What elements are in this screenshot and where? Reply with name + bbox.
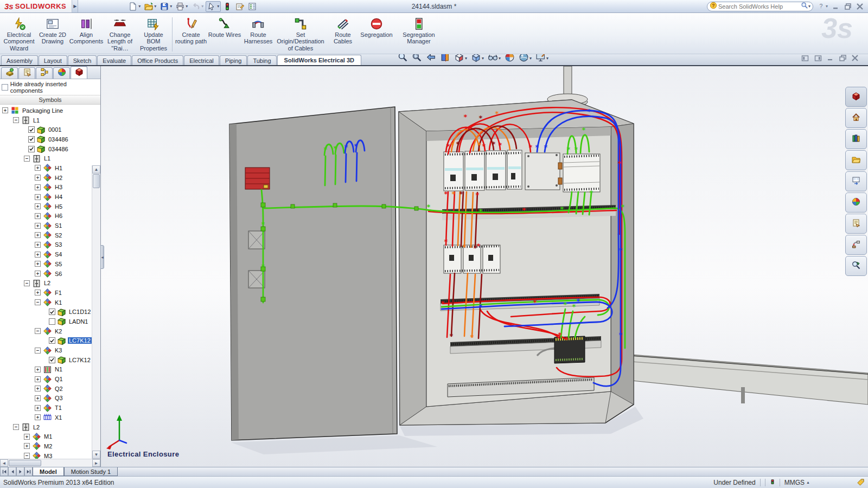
tree-checkbox[interactable] [49,337,55,344]
expand-icon[interactable]: + [35,223,41,229]
dropdown-caret-icon[interactable]: ▾ [217,4,219,9]
tree-checkbox[interactable] [28,126,35,133]
tag-icon[interactable] [857,478,865,487]
tree-item-0001[interactable]: 0001 [0,125,100,134]
tree-item-m3[interactable]: −M3 [0,451,100,459]
collapse-icon[interactable]: − [13,424,19,430]
tab-office-products[interactable]: Office Products [132,55,183,65]
tree-item-l1[interactable]: −L1 [0,153,100,163]
minimize-button[interactable] [832,3,840,10]
tree-item-q2[interactable]: +Q2 [0,384,100,394]
task-pane-tab-electrical-manager[interactable] [845,87,867,107]
dropdown-caret-icon[interactable]: ▾ [154,4,156,9]
electrical-component-wizard-button[interactable]: Electrical Component Wizard [2,15,36,52]
tree-item-lc7k12[interactable]: LC7K12 [0,336,100,346]
tree-item-k2[interactable]: −K2 [0,326,100,336]
restore-doc-icon[interactable] [839,54,846,63]
expand-icon[interactable]: + [35,232,41,238]
tree-item-ladn1[interactable]: LADN1 [0,317,100,326]
dropdown-caret-icon[interactable]: ▾ [529,56,532,61]
dropdown-caret-icon[interactable]: ▾ [465,56,467,61]
expand-icon[interactable]: + [35,261,41,267]
split-right-icon[interactable] [814,54,822,63]
close-doc-icon[interactable] [852,54,858,63]
set-origin-destination-of-cables-button[interactable]: Set Origin/Destination of Cables [275,15,326,52]
hide-inserted-checkbox[interactable] [2,84,8,91]
tree-item-n1[interactable]: +N1 [0,365,100,375]
tree-item-h3[interactable]: +H3 [0,183,100,192]
collapse-icon[interactable]: − [35,328,41,334]
panel-tab-property-manager[interactable] [18,67,35,79]
tree-item-q3[interactable]: +Q3 [0,394,100,403]
expand-icon[interactable]: + [35,242,41,248]
collapse-icon[interactable]: − [24,280,30,286]
nav-last-button[interactable] [24,467,33,476]
expand-icon[interactable]: + [35,290,41,296]
expand-icon[interactable]: + [35,376,41,382]
tab-sketch[interactable]: Sketch [68,55,97,65]
tree-item-lc7k12[interactable]: LC7K12 [0,355,100,365]
tree-item-m2[interactable]: +M2 [0,441,100,451]
tree-item-packaging-line[interactable]: +Packaging Line [0,106,100,115]
task-pane-tab-appearances-scenes[interactable] [845,192,867,213]
expand-icon[interactable]: + [35,414,41,420]
dropdown-caret-icon[interactable]: ▾ [138,4,141,9]
tree-item-l2[interactable]: −L2 [0,278,100,288]
search-icon[interactable] [801,2,808,11]
tree-checkbox[interactable] [49,357,55,363]
tree-item-h5[interactable]: +H5 [0,202,100,211]
expand-icon[interactable]: + [35,252,41,258]
segregation-button[interactable]: Segregation [360,15,393,38]
tab-assembly[interactable]: Assembly [1,55,38,65]
dropdown-caret-icon[interactable]: ▾ [499,56,501,61]
dropdown-caret-icon[interactable]: ▾ [482,56,484,61]
tab-motion-study-1[interactable]: Motion Study 1 [64,467,118,476]
tree-item-s5[interactable]: +S5 [0,259,100,269]
tree-item-h1[interactable]: +H1 [0,163,100,173]
collapse-icon[interactable]: − [35,299,41,305]
task-pane-tab-electrical-tools[interactable] [845,235,867,255]
tree-item-h4[interactable]: +H4 [0,192,100,202]
align-components-button[interactable]: Align Components [69,15,103,45]
menu-flyout-arrow[interactable]: ▶ [72,0,78,12]
panel-tab-configuration-manager[interactable] [36,67,53,79]
create-routing-path-button[interactable]: Create routing path [174,15,208,45]
tree-item-k3[interactable]: −K3 [0,345,100,355]
route-harnesses-button[interactable]: Route Harnesses [241,15,275,45]
print-button[interactable]: ▾ [174,1,189,12]
dropdown-caret-icon[interactable]: ▾ [170,4,172,9]
tree-horizontal-scrollbar[interactable]: ◄ ► [0,459,100,467]
nav-prev-button[interactable] [8,467,16,476]
tree-item-s6[interactable]: +S6 [0,269,100,279]
tree-item-l1[interactable]: −L1 [0,115,100,125]
task-pane-tab-view-palette[interactable] [845,171,867,191]
segregation-manager-button[interactable]: Segregation Manager [393,15,444,45]
open-document-button[interactable]: ▾ [143,1,158,12]
scroll-down-icon[interactable]: ▼ [92,451,100,459]
tab-tubing[interactable]: Tubing [247,55,276,65]
select-button[interactable]: ▾ [206,1,221,12]
tree-item-k1[interactable]: −K1 [0,298,100,307]
expand-icon[interactable]: + [35,203,41,209]
tree-checkbox[interactable] [28,136,35,143]
change-length-of-rai-button[interactable]: Change Length of "Rai… [103,15,137,52]
restore-button[interactable] [844,3,852,10]
task-pane-tab-file-explorer[interactable] [845,150,867,170]
v-scroll-track[interactable] [92,189,100,451]
tree-vertical-scrollbar[interactable]: ▲ ▼ [92,165,100,459]
v-scroll-thumb[interactable] [93,174,100,188]
expand-icon[interactable]: + [35,405,41,411]
scroll-right-icon[interactable]: ► [92,459,100,467]
tree-item-s3[interactable]: +S3 [0,240,100,250]
collapse-icon[interactable]: − [35,348,41,354]
h-scroll-thumb[interactable] [9,460,41,466]
scroll-left-icon[interactable]: ◄ [0,459,8,467]
nav-next-button[interactable] [16,467,24,476]
h-scroll-track[interactable] [42,459,92,467]
tree-item-f1[interactable]: +F1 [0,288,100,298]
panel-tab-feature-manager[interactable] [1,67,18,79]
collapse-icon[interactable]: − [24,156,30,162]
expand-icon[interactable]: + [24,443,30,449]
tree-item-s2[interactable]: +S2 [0,230,100,240]
tree-item-m1[interactable]: +M1 [0,432,100,441]
